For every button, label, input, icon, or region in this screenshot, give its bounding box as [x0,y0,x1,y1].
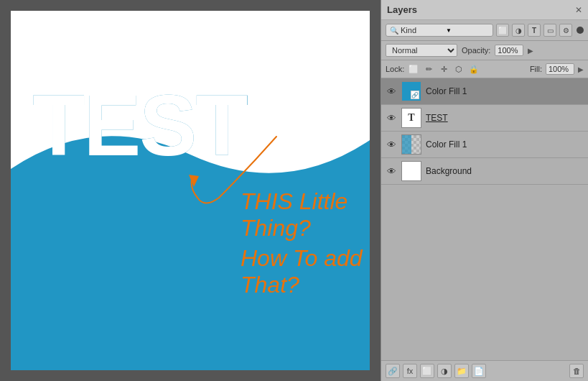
lock-row: Lock: ⬜ ✏ ✛ ⬡ 🔒 Fill: ▶ [381,60,588,78]
add-style-button[interactable]: fx [403,364,417,378]
layers-list: 👁 🔗 Color Fill 1 👁 T TEST 👁 Color Fill 1… [381,78,588,360]
layer-name-2: TEST [426,113,584,123]
add-adjustment-button[interactable]: ◑ [437,364,452,378]
lock-artboard-button[interactable]: ⬡ [453,63,465,75]
layer-item-background[interactable]: 👁 Background [381,158,588,185]
opacity-input[interactable] [495,45,523,56]
opacity-label: Opacity: [462,46,490,55]
filter-shape-button[interactable]: ▭ [543,24,556,37]
layer-thumb-3 [401,134,421,155]
layer-visibility-1[interactable]: 👁 [386,86,397,97]
filter-icon-group: ⬜ ◑ T ▭ ⚙ [496,24,584,37]
search-icon: 🔍 [390,27,398,35]
fill-label: Fill: [530,65,542,73]
add-mask-button[interactable]: ⬜ [420,364,434,378]
layers-title: Layers [387,4,417,15]
filter-toggle-dot[interactable] [577,27,584,34]
lock-position-button[interactable]: ✛ [438,63,449,75]
lock-label: Lock: [386,65,404,73]
layers-toolbar: 🔗 fx ⬜ ◑ 📁 📄 🗑 [381,360,588,381]
layer-name-3: Color Fill 1 [426,139,584,150]
layer-visibility-3[interactable]: 👁 [386,139,397,150]
opacity-arrow[interactable]: ▶ [528,47,533,55]
lock-all-button[interactable]: 🔒 [468,63,480,75]
canvas-content: TEST TEST THIS Little Thing? How To add … [11,11,370,370]
new-group-button[interactable]: 📁 [454,364,469,378]
blend-mode-row: Normal Dissolve Multiply Screen Overlay … [381,41,588,60]
link-layers-button[interactable]: 🔗 [386,364,400,378]
layer-name-1: Color Fill 1 [426,86,584,96]
close-button[interactable]: ✕ [575,5,582,15]
filter-adjust-button[interactable]: ◑ [512,24,525,37]
filter-search-input[interactable] [401,26,444,35]
fill-arrow[interactable]: ▶ [578,65,584,73]
layers-panel: Layers ✕ 🔍 ▼ ⬜ ◑ T ▭ ⚙ Normal Dissolve M… [381,0,588,381]
layer-name-4: Background [426,166,584,176]
layer-visibility-2[interactable]: 👁 [386,112,397,124]
lock-transparent-button[interactable]: ⬜ [408,63,419,75]
filter-search-box[interactable]: 🔍 ▼ [386,24,493,37]
fill-input[interactable] [546,63,574,75]
filter-smart-button[interactable]: ⚙ [559,24,572,37]
layer-thumb-2: T [401,108,421,128]
canvas-test-text-white: TEST [32,75,247,175]
layer-item-colorfill1-selected[interactable]: 👁 🔗 Color Fill 1 [381,78,588,105]
lock-pixels-button[interactable]: ✏ [423,63,434,75]
filter-row: 🔍 ▼ ⬜ ◑ T ▭ ⚙ [381,20,588,41]
new-layer-button[interactable]: 📄 [472,364,486,378]
delete-layer-button[interactable]: 🗑 [569,364,584,378]
canvas-area: TEST TEST THIS Little Thing? How To add … [0,0,381,381]
filter-type-button[interactable]: T [528,24,541,37]
blend-mode-select[interactable]: Normal Dissolve Multiply Screen Overlay [386,44,457,57]
layers-panel-header: Layers ✕ [381,0,588,20]
chevron-down-icon: ▼ [446,27,452,34]
layer-thumb-1: 🔗 [401,81,421,101]
layer-thumb-4 [401,161,421,181]
layer-item-colorfill2[interactable]: 👁 Color Fill 1 [381,132,588,158]
layer-visibility-4[interactable]: 👁 [386,165,397,177]
filter-pixel-button[interactable]: ⬜ [496,24,509,37]
layer-item-test[interactable]: 👁 T TEST [381,105,588,132]
